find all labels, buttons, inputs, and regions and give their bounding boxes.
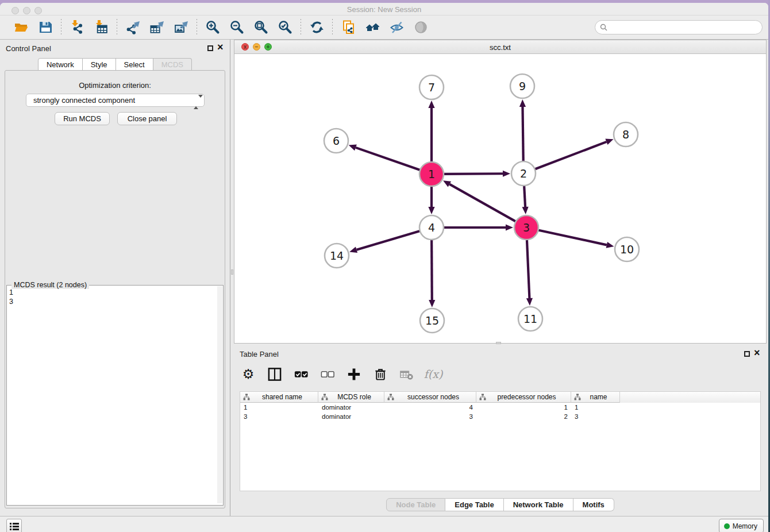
graph-edge-arrowhead — [605, 139, 613, 145]
table-cell: 3 — [240, 412, 318, 421]
graph-edge-arrowhead — [506, 224, 513, 230]
table-row[interactable]: 3dominator323 — [240, 412, 760, 421]
run-mcds-button[interactable]: Run MCDS — [55, 112, 110, 125]
float-panel-icon[interactable] — [207, 45, 213, 51]
tab-style[interactable]: Style — [83, 58, 116, 71]
graph-node-label: 10 — [620, 243, 634, 256]
search-input[interactable] — [610, 24, 757, 32]
graph-node-10[interactable]: 10 — [615, 237, 639, 261]
network-window: x − + scc.txt 1234678910111415 — [234, 40, 767, 344]
zoom-selected-icon[interactable] — [277, 20, 293, 36]
column-header-successor-nodes[interactable]: successor nodes — [384, 392, 476, 403]
graph-edge-arrowhead — [428, 207, 434, 214]
import-network-icon[interactable] — [69, 20, 85, 36]
function-builder-icon[interactable]: f(x) — [426, 367, 441, 381]
memory-button[interactable]: Memory — [719, 519, 764, 532]
graph-edge-3-1[interactable] — [449, 184, 515, 222]
delete-table-icon[interactable] — [399, 367, 414, 381]
column-type-icon — [321, 394, 328, 400]
criterion-select[interactable]: strongly connected component — [26, 94, 205, 107]
network-canvas-svg[interactable]: 1234678910111415 — [234, 54, 766, 343]
hide-details-icon[interactable] — [388, 20, 405, 36]
mcds-result-text[interactable]: 1 3 — [9, 288, 13, 306]
deselect-all-icon[interactable] — [320, 367, 335, 381]
graph-edge-1-2[interactable] — [444, 174, 503, 174]
graph-node-6[interactable]: 6 — [324, 129, 348, 153]
graph-node-9[interactable]: 9 — [510, 74, 534, 98]
column-layout-icon[interactable] — [267, 367, 282, 381]
select-stepper-icon — [194, 96, 199, 105]
graph-edge-2-9[interactable] — [522, 107, 523, 161]
graph-edge-arrowhead — [349, 145, 357, 151]
column-header-name[interactable]: name — [571, 392, 620, 403]
column-type-icon — [387, 394, 394, 400]
content-area: Control Panel × Network Style Select MCD… — [0, 40, 768, 516]
vertical-splitter[interactable] — [230, 40, 234, 516]
close-panel-icon[interactable]: × — [754, 347, 760, 359]
float-panel-icon[interactable] — [744, 351, 750, 357]
close-panel-icon[interactable]: × — [217, 41, 224, 53]
tab-motifs[interactable]: Motifs — [573, 498, 614, 511]
tab-edge-table[interactable]: Edge Table — [445, 498, 503, 511]
graph-edge-4-15[interactable] — [432, 240, 432, 300]
graph-edge-1-6[interactable] — [356, 148, 420, 170]
graph-node-label: 14 — [330, 249, 344, 262]
list-icon — [9, 522, 20, 531]
birds-eye-icon[interactable] — [364, 20, 380, 36]
splitter-handle[interactable] — [231, 269, 233, 275]
graph-edge-2-8[interactable] — [535, 142, 607, 169]
graph-node-3[interactable]: 3 — [514, 215, 538, 240]
import-table-icon[interactable] — [93, 20, 109, 36]
table-panel-tabs: Node Table Edge Table Network Table Moti… — [234, 498, 767, 511]
column-type-icon — [574, 394, 581, 400]
delete-icon[interactable] — [373, 367, 388, 381]
mcds-result-scrollbar[interactable] — [217, 286, 222, 503]
zoom-fit-icon[interactable] — [253, 20, 269, 36]
column-header-label: MCDS role — [330, 393, 384, 401]
column-header-shared-name[interactable]: shared name — [240, 392, 318, 403]
tab-select[interactable]: Select — [116, 58, 153, 71]
add-row-icon[interactable] — [346, 367, 361, 381]
save-session-icon[interactable] — [37, 20, 53, 36]
export-table-icon[interactable] — [149, 20, 165, 36]
graph-node-11[interactable]: 11 — [518, 307, 542, 331]
graph-node-15[interactable]: 15 — [420, 309, 444, 333]
graph-node-14[interactable]: 14 — [325, 244, 349, 268]
column-type-icon — [479, 394, 486, 400]
zoom-in-icon[interactable] — [205, 20, 221, 36]
column-header-MCDS-role[interactable]: MCDS role — [318, 392, 384, 403]
export-image-icon[interactable] — [173, 20, 189, 36]
tab-network-table[interactable]: Network Table — [504, 498, 573, 511]
graph-node-2[interactable]: 2 — [511, 161, 536, 186]
graph-node-7[interactable]: 7 — [419, 75, 444, 99]
select-all-icon[interactable] — [294, 367, 309, 381]
close-panel-button[interactable]: Close panel — [117, 112, 177, 125]
graph-node-1[interactable]: 1 — [419, 162, 444, 186]
table-row[interactable]: 1dominator411 — [240, 403, 760, 412]
graph-edge-4-14[interactable] — [357, 231, 420, 250]
graph-node-8[interactable]: 8 — [614, 122, 638, 147]
graph-edge-2-3[interactable] — [524, 186, 525, 207]
clone-network-icon[interactable] — [340, 20, 356, 36]
graph-edge-3-11[interactable] — [527, 240, 529, 298]
tab-node-table[interactable]: Node Table — [386, 498, 445, 511]
settings-gear-icon[interactable]: ⚙ — [241, 367, 256, 381]
network-window-titlebar[interactable]: x − + scc.txt — [234, 40, 766, 54]
tab-network[interactable]: Network — [38, 58, 83, 71]
export-network-icon[interactable] — [125, 20, 141, 36]
column-header-label: successor nodes — [396, 393, 476, 401]
open-file-icon[interactable] — [13, 20, 29, 36]
panel-list-button[interactable] — [6, 519, 22, 532]
tab-mcds[interactable]: MCDS — [153, 58, 192, 71]
graph-node-4[interactable]: 4 — [419, 215, 444, 240]
column-header-predecessor-nodes[interactable]: predecessor nodes — [476, 392, 571, 403]
criterion-value: strongly connected component — [33, 96, 135, 105]
splitter-handle[interactable] — [496, 342, 501, 344]
graph-node-label: 8 — [622, 128, 629, 141]
layout-refresh-icon[interactable] — [309, 20, 325, 36]
graph-node-label: 2 — [520, 167, 527, 180]
graph-edge-3-10[interactable] — [538, 230, 607, 245]
search-box[interactable] — [595, 20, 763, 34]
zoom-out-icon[interactable] — [229, 20, 245, 36]
show-details-icon[interactable] — [413, 20, 429, 36]
